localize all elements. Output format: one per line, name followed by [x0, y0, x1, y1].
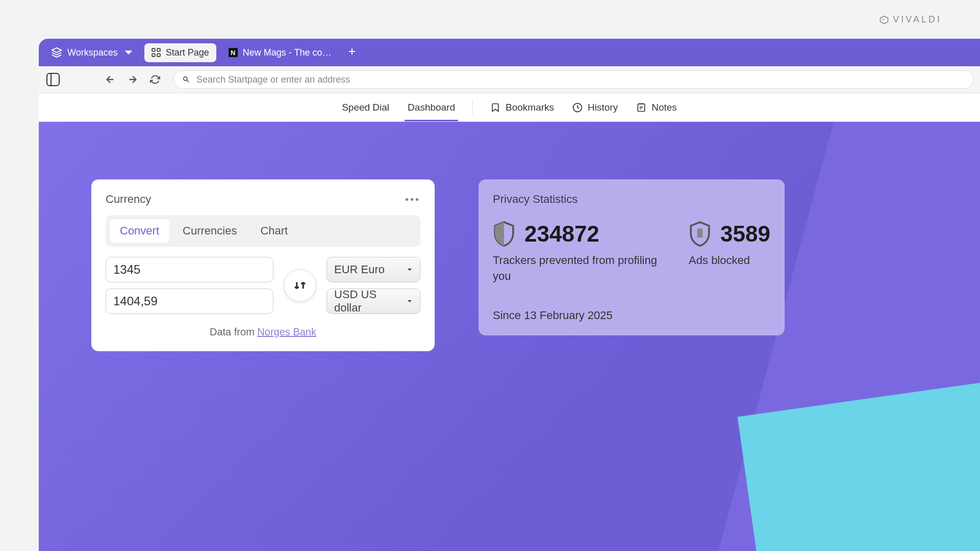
source-prefix: Data from [210, 326, 257, 337]
search-icon [182, 75, 190, 84]
browser-window: Workspaces Start Page N New Mags - The c… [39, 39, 980, 551]
bookmark-icon [490, 102, 500, 113]
arrow-left-icon [105, 74, 116, 85]
data-source: Data from Norges Bank [106, 326, 420, 338]
tab-convert[interactable]: Convert [110, 219, 169, 243]
currency-widget: Currency ••• Convert Currencies Chart E [91, 179, 435, 351]
chevron-down-icon [407, 298, 413, 304]
chevron-down-icon [123, 47, 134, 58]
trackers-label: Trackers prevented from profiling you [493, 253, 658, 284]
dashboard-content: Currency ••• Convert Currencies Chart E [39, 122, 980, 551]
reload-icon [150, 74, 160, 85]
tab-bar: Workspaces Start Page N New Mags - The c… [39, 39, 980, 66]
nav-tab-speed-dial[interactable]: Speed Dial [339, 94, 392, 121]
grid-icon [152, 48, 161, 57]
back-button[interactable] [102, 71, 118, 88]
currency-to-label: USD US dollar [334, 288, 407, 314]
favicon-n-icon: N [229, 48, 238, 57]
new-tab-button[interactable] [344, 43, 360, 62]
svg-rect-3 [157, 54, 160, 57]
tab-start-page[interactable]: Start Page [144, 43, 216, 62]
tab-chart[interactable]: Chart [250, 219, 298, 243]
swap-button[interactable] [284, 269, 316, 302]
privacy-widget: Privacy Statistics 234872 Trackers preve… [479, 179, 785, 335]
forward-button[interactable] [124, 71, 141, 88]
tab-currencies[interactable]: Currencies [172, 219, 247, 243]
converter: EUR Euro USD US dollar [106, 257, 420, 314]
nav-tab-dashboard[interactable]: Dashboard [405, 94, 458, 121]
widget-title: Currency [106, 193, 151, 206]
svg-rect-0 [152, 48, 155, 51]
widget-title: Privacy Statistics [493, 193, 577, 206]
vivaldi-logo: VIVALDI [880, 14, 942, 25]
ads-count: 3589 [720, 221, 770, 247]
currency-from-select[interactable]: EUR Euro [326, 257, 420, 282]
amount-from-input[interactable] [106, 257, 273, 282]
tab-label: New Mags - The coolest a [243, 47, 332, 58]
widget-menu-button[interactable]: ••• [405, 194, 420, 205]
tab-new-mags[interactable]: N New Mags - The coolest a [221, 43, 339, 62]
workspaces-icon [51, 47, 62, 58]
reload-button[interactable] [147, 71, 163, 88]
workspaces-label: Workspaces [67, 47, 118, 58]
svg-rect-6 [697, 228, 703, 238]
trackers-count: 234872 [524, 221, 599, 247]
nav-tab-bookmarks[interactable]: Bookmarks [487, 94, 557, 121]
notes-icon [636, 102, 646, 113]
svg-rect-2 [152, 54, 155, 57]
nav-tab-history[interactable]: History [569, 94, 621, 121]
currency-to-select[interactable]: USD US dollar [326, 288, 420, 314]
ads-stat: 3589 Ads blocked [689, 221, 770, 284]
privacy-since: Since 13 February 2025 [493, 309, 770, 322]
nav-tabs: Speed Dial Dashboard Bookmarks History N… [39, 93, 980, 122]
panel-icon [46, 73, 60, 86]
shield-icon [689, 221, 711, 247]
amount-to-input[interactable] [106, 288, 273, 314]
svg-rect-1 [157, 48, 160, 51]
plus-icon [348, 47, 356, 56]
ads-label: Ads blocked [689, 253, 770, 269]
toolbar [39, 66, 980, 93]
address-bar[interactable] [173, 70, 974, 89]
workspaces-button[interactable]: Workspaces [46, 43, 139, 62]
shield-icon [493, 221, 515, 247]
trackers-stat: 234872 Trackers prevented from profiling… [493, 221, 658, 284]
source-link[interactable]: Norges Bank [257, 326, 316, 337]
currency-from-label: EUR Euro [334, 263, 385, 276]
address-input[interactable] [196, 74, 965, 85]
divider [472, 100, 473, 115]
chevron-down-icon [407, 267, 413, 273]
history-icon [572, 102, 583, 113]
tab-label: Start Page [166, 47, 209, 58]
arrow-right-icon [127, 74, 138, 85]
panel-toggle-button[interactable] [45, 71, 61, 88]
currency-tab-bar: Convert Currencies Chart [106, 215, 420, 247]
nav-tab-notes[interactable]: Notes [633, 94, 680, 121]
swap-icon [292, 278, 308, 293]
